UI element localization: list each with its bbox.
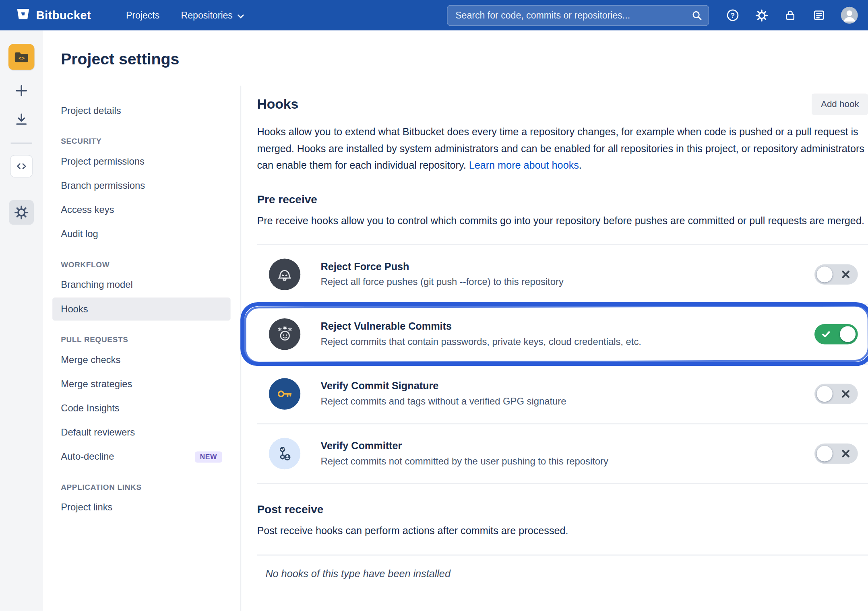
nav-item-label: Merge strategies [61, 378, 132, 390]
settings-nav-item-branch-permissions[interactable]: Branch permissions [52, 174, 230, 197]
primary-nav: Projects Repositories [126, 10, 244, 21]
nav-item-label: Auto-decline [61, 451, 114, 462]
bitbucket-project-settings-page: Bitbucket Projects Repositories ? [0, 0, 868, 611]
hooks-panel: Hooks Add hook Hooks allow you to extend… [241, 86, 868, 611]
nav-item-label: Project links [61, 502, 112, 513]
help-icon[interactable]: ? [726, 8, 740, 22]
toggle-off-x-icon [841, 270, 850, 279]
main-content: Project settings Project details SECURIT… [43, 31, 868, 611]
toggle-knob [817, 266, 833, 282]
nav-item-label: Audit log [61, 228, 98, 240]
nav-link-repositories[interactable]: Repositories [181, 10, 244, 21]
settings-nav-item-default-reviewers[interactable]: Default reviewers [52, 421, 230, 444]
nav-item-label: Branch permissions [61, 180, 145, 192]
bitbucket-logo[interactable]: Bitbucket [16, 7, 91, 24]
hook-title: Reject Force Push [321, 261, 814, 272]
hook-toggle[interactable] [814, 324, 858, 344]
toggle-off-x-icon [841, 390, 850, 398]
download-icon[interactable] [13, 111, 30, 128]
svg-text:?: ? [731, 12, 735, 19]
toggle-knob [817, 386, 833, 402]
ornate-face-icon [269, 318, 300, 350]
committer-icon [269, 438, 300, 469]
empty-hooks-message: No hooks of this type have been installe… [257, 568, 868, 580]
nav-link-projects[interactable]: Projects [126, 10, 159, 21]
settings-nav-section-security: SECURITY [52, 137, 230, 145]
settings-nav-section-workflow: WORKFLOW [52, 260, 230, 269]
key-icon [269, 378, 300, 409]
settings-nav-item-auto-decline[interactable]: Auto-decline NEW [52, 445, 230, 468]
hook-title: Reject Vulnerable Commits [321, 321, 814, 332]
settings-nav-section-pull-requests: PULL REQUESTS [52, 335, 230, 344]
hook-text: Verify Committer Reject commits not comm… [321, 440, 814, 467]
settings-nav-item-merge-checks[interactable]: Merge checks [52, 348, 230, 371]
hook-row-verify-committer: Verify Committer Reject commits not comm… [257, 424, 868, 484]
hook-text: Verify Commit Signature Reject commits a… [321, 380, 814, 407]
settings-nav-section-application-links: APPLICATION LINKS [52, 483, 230, 491]
nav-item-label: Merge checks [61, 354, 120, 365]
nav-item-label: Hooks [61, 303, 88, 315]
settings-nav-item-project-permissions[interactable]: Project permissions [52, 150, 230, 173]
post-receive-description: Post receive hooks can perform actions a… [257, 523, 868, 539]
search-input[interactable] [447, 5, 709, 26]
toggle-off-x-icon [841, 450, 850, 458]
rail-divider [11, 142, 32, 144]
top-navbar: Bitbucket Projects Repositories ? [0, 0, 868, 31]
nav-item-label: Code Insights [61, 403, 120, 414]
changelog-icon[interactable] [812, 8, 826, 22]
toggle-on-check-icon [822, 330, 830, 339]
nav-item-label: Branching model [61, 279, 133, 291]
user-avatar[interactable] [841, 7, 858, 24]
settings-nav-item-audit-log[interactable]: Audit log [52, 223, 230, 246]
global-search [447, 5, 709, 26]
hook-toggle[interactable] [814, 384, 858, 404]
nav-link-label: Projects [126, 10, 159, 21]
vader-icon [269, 259, 300, 290]
settings-nav-item-merge-strategies[interactable]: Merge strategies [52, 372, 230, 395]
project-settings-nav: Project details SECURITY Project permiss… [43, 86, 241, 611]
settings-nav-item-branching-model[interactable]: Branching model [52, 273, 230, 296]
settings-nav-item-project-links[interactable]: Project links [52, 496, 230, 519]
settings-nav-item-code-insights[interactable]: Code Insights [52, 397, 230, 420]
navbar-actions: ? [726, 7, 858, 24]
bitbucket-logo-icon [16, 7, 30, 24]
hook-toggle[interactable] [814, 264, 858, 285]
lock-icon[interactable] [783, 8, 797, 22]
pre-receive-description: Pre receive hooks allow you to control w… [257, 213, 868, 229]
hook-text: Reject Vulnerable Commits Reject commits… [321, 321, 814, 348]
gear-icon[interactable] [755, 8, 769, 22]
new-badge: NEW [195, 451, 222, 462]
bitbucket-wordmark: Bitbucket [36, 8, 91, 22]
hooks-intro-suffix: . [579, 159, 582, 171]
toggle-knob [817, 446, 833, 461]
nav-item-label: Project permissions [61, 155, 145, 167]
nav-item-label: Default reviewers [61, 427, 135, 438]
search-icon[interactable] [692, 10, 703, 23]
add-hook-button[interactable]: Add hook [812, 93, 868, 115]
app-rail: <> [0, 31, 43, 611]
page-title: Project settings [61, 50, 850, 69]
post-receive-divider [257, 554, 868, 555]
learn-more-link[interactable]: Learn more about hooks [469, 159, 579, 171]
hook-row-reject-force-push: Reject Force Push Reject all force pushe… [257, 245, 868, 305]
hook-title: Verify Committer [321, 440, 814, 452]
create-plus-icon[interactable] [13, 82, 30, 99]
hook-description: Reject commits that contain passwords, p… [321, 336, 814, 348]
project-avatar[interactable]: <> [8, 44, 34, 70]
pre-receive-heading: Pre receive [257, 193, 868, 206]
hook-description: Reject commits and tags without a verifi… [321, 396, 814, 407]
svg-text:<>: <> [19, 55, 25, 61]
hook-toggle[interactable] [814, 444, 858, 464]
hook-row-reject-vulnerable-commits: Reject Vulnerable Commits Reject commits… [257, 305, 868, 364]
code-icon[interactable] [10, 155, 33, 178]
chevron-down-icon [237, 10, 244, 21]
hooks-heading: Hooks [257, 96, 298, 112]
settings-nav-item-hooks[interactable]: Hooks [52, 297, 230, 320]
nav-item-label: Project details [61, 105, 121, 116]
hook-title: Verify Commit Signature [321, 380, 814, 392]
settings-nav-item-project-details[interactable]: Project details [52, 99, 230, 122]
nav-link-label: Repositories [181, 10, 233, 21]
hook-text: Reject Force Push Reject all force pushe… [321, 261, 814, 288]
settings-gear-icon[interactable] [9, 200, 34, 225]
settings-nav-item-access-keys[interactable]: Access keys [52, 198, 230, 221]
